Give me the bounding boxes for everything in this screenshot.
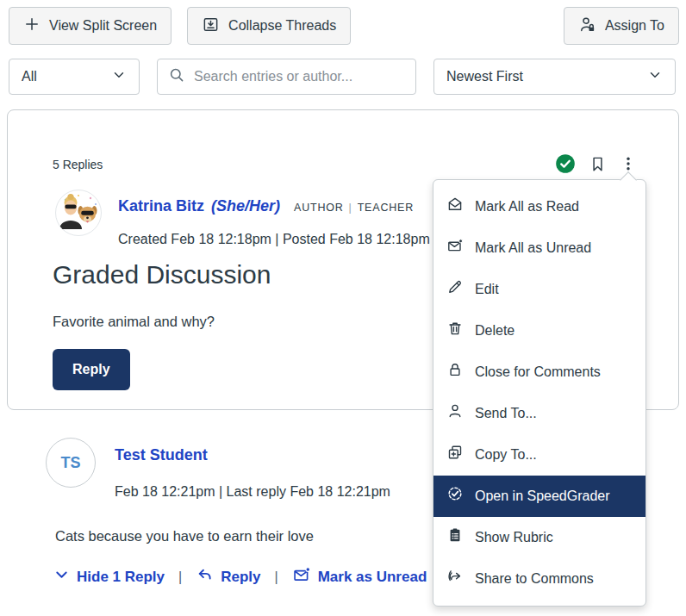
menu-item-copy-to[interactable]: Copy To... bbox=[433, 434, 645, 476]
topic-timestamp: Created Feb 18 12:18pm | Posted Feb 18 1… bbox=[118, 232, 430, 247]
envelope-open-icon bbox=[446, 196, 464, 218]
published-check-icon bbox=[555, 153, 576, 177]
menu-item-open-in-speedgrader[interactable]: Open in SpeedGrader bbox=[433, 476, 645, 517]
topic-title: Graded Discussion bbox=[53, 260, 271, 289]
thread-actions: Hide 1 Reply | Reply | Mark as Unread bbox=[53, 565, 427, 588]
sort-select-value: Newest First bbox=[446, 69, 523, 84]
assign-to-label: Assign To bbox=[605, 18, 664, 34]
menu-item-mark-all-unread[interactable]: Mark All as Unread bbox=[433, 227, 645, 269]
toggle-replies-label: Hide 1 Reply bbox=[77, 569, 165, 586]
view-split-screen-label: View Split Screen bbox=[49, 18, 157, 34]
role-author: AUTHOR bbox=[294, 202, 344, 214]
menu-item-label: Mark All as Unread bbox=[475, 239, 591, 258]
action-separator: | bbox=[275, 569, 278, 585]
replies-count: 5 Replies bbox=[53, 158, 103, 171]
collapse-threads-icon bbox=[202, 16, 220, 37]
topic-options-menu: Mark All as Read Mark All as Unread Edit… bbox=[433, 179, 646, 607]
mark-unread-link[interactable]: Mark as Unread bbox=[292, 565, 427, 588]
collapse-threads-label: Collapse Threads bbox=[228, 18, 336, 34]
menu-item-send-to[interactable]: Send To... bbox=[433, 393, 645, 434]
chevron-down-icon bbox=[53, 567, 70, 588]
student-name-link[interactable]: Test Student bbox=[115, 446, 208, 464]
reply-link[interactable]: Reply bbox=[196, 566, 260, 588]
reply-link-label: Reply bbox=[221, 569, 260, 586]
envelope-dot-icon bbox=[446, 237, 464, 259]
filter-select-value: All bbox=[22, 69, 37, 84]
menu-item-label: Show Rubric bbox=[475, 528, 553, 547]
role-separator: | bbox=[349, 202, 352, 214]
reply-timestamp: Feb 18 12:21pm | Last reply Feb 18 12:21… bbox=[115, 484, 390, 500]
reply-button[interactable]: Reply bbox=[53, 349, 130, 390]
plus-icon bbox=[23, 16, 41, 36]
menu-item-label: Copy To... bbox=[475, 445, 537, 464]
menu-item-edit[interactable]: Edit bbox=[433, 269, 645, 310]
menu-item-label: Open in SpeedGrader bbox=[475, 487, 610, 506]
filter-row: All Newest First bbox=[9, 59, 679, 95]
author-name-link[interactable]: Katrina Bitz bbox=[118, 197, 204, 215]
lock-icon bbox=[446, 361, 464, 383]
rubric-icon bbox=[446, 526, 464, 549]
menu-item-label: Close for Comments bbox=[475, 363, 601, 382]
student-avatar[interactable]: TS bbox=[46, 438, 96, 488]
menu-item-share-to-commons[interactable]: Share to Commons bbox=[433, 558, 645, 600]
search-input[interactable] bbox=[194, 69, 405, 84]
reply-body: Cats because you have to earn their love bbox=[55, 528, 314, 544]
commons-icon bbox=[446, 568, 464, 590]
reply-arrow-icon bbox=[196, 566, 214, 588]
role-teacher: TEACHER bbox=[358, 202, 414, 214]
chevron-down-icon bbox=[647, 67, 663, 86]
trash-icon bbox=[446, 320, 464, 342]
author-pronouns: (She/Her) bbox=[211, 197, 280, 215]
author-line: Katrina Bitz (She/Her) AUTHOR|TEACHER bbox=[118, 197, 414, 215]
view-split-screen-button[interactable]: View Split Screen bbox=[9, 7, 172, 45]
assign-to-button[interactable]: Assign To bbox=[564, 7, 679, 45]
user-icon bbox=[446, 402, 464, 425]
role-badges: AUTHOR|TEACHER bbox=[294, 202, 414, 214]
speedgrader-icon bbox=[446, 485, 464, 507]
menu-item-delete[interactable]: Delete bbox=[433, 310, 645, 352]
search-box bbox=[157, 59, 416, 95]
action-separator: | bbox=[178, 569, 182, 585]
bookmark-icon[interactable] bbox=[589, 155, 607, 177]
copy-plus-icon bbox=[446, 444, 464, 466]
sort-select[interactable]: Newest First bbox=[433, 59, 676, 95]
mark-unread-label: Mark as Unread bbox=[318, 569, 427, 586]
menu-item-show-rubric[interactable]: Show Rubric bbox=[433, 517, 645, 558]
filter-select[interactable]: All bbox=[9, 59, 140, 95]
menu-item-label: Share to Commons bbox=[475, 569, 594, 588]
menu-item-close-for-comments[interactable]: Close for Comments bbox=[433, 352, 645, 393]
topic-body: Favorite animal and why? bbox=[53, 314, 215, 330]
menu-item-label: Delete bbox=[475, 321, 514, 340]
envelope-dot-icon bbox=[292, 565, 311, 588]
collapse-threads-button[interactable]: Collapse Threads bbox=[187, 7, 351, 45]
search-icon bbox=[168, 66, 185, 87]
chevron-down-icon bbox=[111, 67, 127, 86]
discussion-page: View Split Screen Collapse Threads Assig… bbox=[0, 0, 686, 616]
assign-to-icon bbox=[578, 16, 596, 37]
toggle-replies-link[interactable]: Hide 1 Reply bbox=[53, 567, 165, 588]
menu-item-label: Edit bbox=[475, 280, 499, 299]
menu-item-label: Mark All as Read bbox=[475, 197, 579, 216]
pencil-icon bbox=[446, 278, 464, 301]
toolbar: View Split Screen Collapse Threads Assig… bbox=[9, 7, 679, 45]
menu-item-label: Send To... bbox=[475, 404, 537, 423]
author-avatar[interactable] bbox=[54, 189, 103, 237]
menu-item-mark-all-read[interactable]: Mark All as Read bbox=[433, 186, 645, 227]
